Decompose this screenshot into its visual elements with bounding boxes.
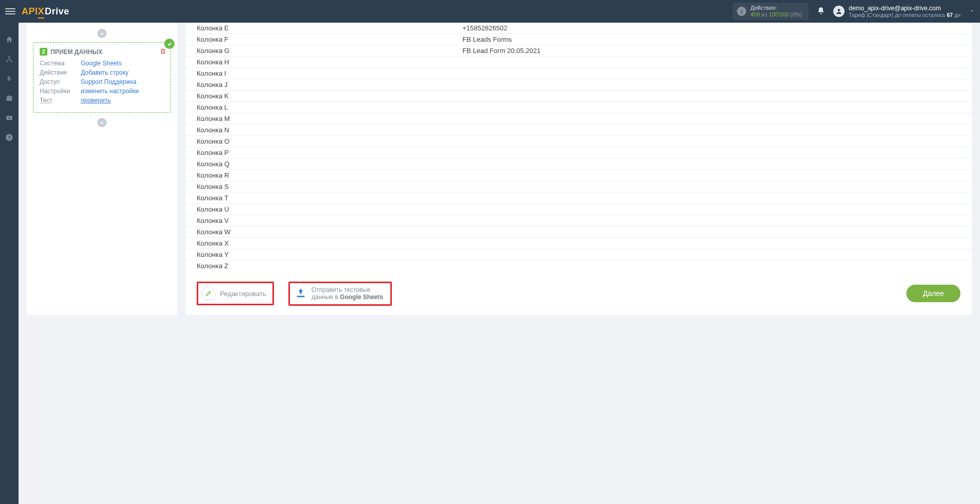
help-icon[interactable]: ? [5, 133, 14, 142]
next-button[interactable]: Далее [906, 285, 960, 302]
edit-button[interactable]: Редактировать [197, 282, 274, 305]
step-row: Тестпроверить [40, 97, 164, 104]
column-value [462, 183, 972, 190]
check-icon [164, 39, 175, 49]
step-row-label: Действие [40, 69, 76, 76]
column-value [462, 92, 972, 100]
columns-table: Колонка E+15852826502Колонка FFB Leads F… [185, 23, 972, 271]
column-value [462, 194, 972, 202]
logo[interactable]: API X Drive [22, 6, 70, 17]
step-row-label: Доступ [40, 78, 76, 85]
column-value [462, 251, 972, 258]
table-row: Колонка Q [185, 158, 972, 169]
step-row-label: Система [40, 60, 76, 67]
table-row: Колонка I [185, 67, 972, 79]
table-row: Колонка N [185, 124, 972, 135]
table-row: Колонка T [185, 192, 972, 203]
table-row: Колонка X [185, 237, 972, 249]
content-panel: Колонка E+15852826502Колонка FFB Leads F… [185, 23, 972, 315]
column-name: Колонка Z [185, 262, 462, 270]
step-row-value[interactable]: изменить настройки [81, 88, 139, 95]
actions-total: 100'000 [769, 11, 789, 18]
column-name: Колонка E [185, 24, 462, 32]
send-line1: Отправить тестовые [312, 286, 383, 293]
step-row: Настройкиизменить настройки [40, 88, 164, 95]
column-name: Колонка I [185, 69, 462, 77]
column-value [462, 262, 972, 270]
column-value: FB Leads Forms [462, 36, 972, 43]
connections-icon[interactable] [5, 55, 14, 64]
step-row: СистемаGoogle Sheets [40, 60, 164, 67]
logo-left: API [22, 6, 38, 17]
add-step-after-button[interactable]: + [97, 118, 107, 127]
table-row: Колонка P [185, 147, 972, 158]
table-row: Колонка L [185, 101, 972, 113]
step-row-value[interactable]: проверить [81, 97, 111, 104]
steps-panel: + 2 ПРИЕМ ДАННЫХ СистемаGoogle SheetsДей… [27, 23, 177, 315]
table-row: Колонка U [185, 203, 972, 215]
table-row: Колонка Z [185, 260, 972, 271]
edit-label: Редактировать [220, 290, 266, 298]
delete-step-icon[interactable] [160, 48, 166, 56]
column-name: Колонка V [185, 217, 462, 224]
column-value [462, 103, 972, 111]
briefcase-icon[interactable] [5, 94, 14, 103]
column-value [462, 171, 972, 179]
step-row-value[interactable]: Добавить строку [81, 69, 129, 76]
left-rail: ? [0, 23, 19, 323]
column-name: Колонка G [185, 47, 462, 55]
billing-icon[interactable] [5, 74, 14, 83]
column-value [462, 137, 972, 145]
svg-text:?: ? [8, 135, 11, 140]
column-value [462, 149, 972, 157]
column-value [462, 205, 972, 213]
step-row-label: Тест [40, 97, 76, 104]
table-row: Колонка E+15852826502 [185, 23, 972, 33]
table-row: Колонка W [185, 226, 972, 237]
bell-icon[interactable] [817, 7, 825, 16]
column-name: Колонка W [185, 228, 462, 236]
column-value [462, 69, 972, 77]
column-name: Колонка S [185, 183, 462, 190]
column-name: Колонка Q [185, 160, 462, 168]
column-name: Колонка J [185, 81, 462, 89]
column-value [462, 228, 972, 236]
step-row-value[interactable]: Google Sheets [81, 60, 122, 67]
table-row: Колонка FFB Leads Forms [185, 33, 972, 45]
avatar-icon [833, 6, 845, 17]
user-email: demo_apix-drive@apix-drive.com [849, 5, 960, 12]
user-tariff: Тариф |Стандарт| до оплаты осталось 67 д… [849, 12, 960, 19]
actions-label: Действия: [750, 5, 802, 11]
step-row: ДоступSupport Поддержка [40, 78, 164, 85]
column-name: Колонка K [185, 92, 462, 100]
column-name: Колонка R [185, 171, 462, 179]
svg-point-1 [9, 56, 10, 58]
send-test-button[interactable]: Отправить тестовые данные в Google Sheet… [288, 282, 392, 306]
pencil-icon [201, 286, 216, 301]
step-row-value[interactable]: Support Поддержка [81, 78, 136, 85]
add-step-before-button[interactable]: + [97, 29, 107, 38]
column-name: Колонка H [185, 58, 462, 66]
home-icon[interactable] [5, 35, 14, 44]
user-menu[interactable]: demo_apix-drive@apix-drive.com Тариф |Ст… [833, 5, 960, 19]
step-row-label: Настройки [40, 88, 76, 95]
step-card[interactable]: 2 ПРИЕМ ДАННЫХ СистемаGoogle SheetsДейст… [33, 42, 171, 113]
table-row: Колонка K [185, 90, 972, 101]
topbar: API X Drive i Действия: 408 из 100'000 (… [0, 0, 980, 23]
step-title: 2 ПРИЕМ ДАННЫХ [40, 48, 164, 56]
menu-toggle-icon[interactable] [5, 6, 15, 16]
column-value [462, 217, 972, 224]
column-name: Колонка P [185, 149, 462, 157]
column-value: FB Lead Form 20.05.2021 [462, 47, 972, 55]
svg-point-3 [11, 61, 12, 62]
actions-counter[interactable]: i Действия: 408 из 100'000 (0%) [733, 3, 809, 20]
table-row: Колонка Y [185, 249, 972, 260]
table-row: Колонка H [185, 56, 972, 67]
table-row: Колонка J [185, 79, 972, 90]
chevron-down-icon[interactable] [969, 8, 975, 15]
column-name: Колонка O [185, 137, 462, 145]
video-icon[interactable] [5, 113, 14, 123]
column-value [462, 160, 972, 168]
column-name: Колонка Y [185, 251, 462, 258]
column-value [462, 115, 972, 123]
